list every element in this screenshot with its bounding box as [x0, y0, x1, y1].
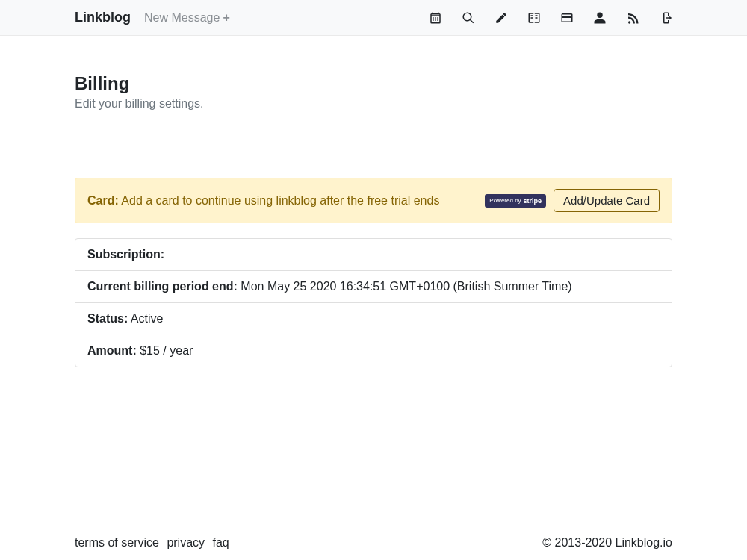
status-label: Status:: [87, 312, 128, 325]
top-nav: Linkblog New Message +: [0, 0, 747, 36]
amount-value: $15 / year: [140, 344, 193, 357]
pencil-icon[interactable]: [495, 11, 508, 25]
main-content: Billing Edit your billing settings. Card…: [0, 36, 747, 367]
footer-links: terms of service privacy faq: [75, 536, 234, 550]
terms-link[interactable]: terms of service: [75, 536, 159, 549]
new-message-link[interactable]: New Message +: [144, 11, 230, 25]
search-icon[interactable]: [462, 11, 475, 25]
add-update-card-button[interactable]: Add/Update Card: [554, 189, 660, 212]
user-icon[interactable]: [593, 11, 607, 25]
card-alert: Card: Add a card to continue using linkb…: [75, 178, 672, 223]
stripe-badge-prefix: Powered by: [489, 197, 521, 204]
logout-icon[interactable]: [659, 11, 672, 25]
footer-copyright: © 2013-2020 Linkblog.io: [542, 536, 672, 550]
page-subtitle: Edit your billing settings.: [75, 97, 672, 111]
brand-logo[interactable]: Linkblog: [75, 10, 131, 25]
privacy-link[interactable]: privacy: [167, 536, 205, 549]
status-row: Status: Active: [75, 303, 672, 335]
stripe-badge: Powered by stripe: [485, 194, 546, 208]
amount-row: Amount: $15 / year: [75, 335, 672, 367]
nav-icon-group: [429, 11, 672, 25]
subscription-header-row: Subscription:: [75, 239, 672, 271]
amount-label: Amount:: [87, 344, 137, 357]
new-message-label: New Message: [144, 11, 220, 25]
alert-message: Add a card to continue using linkblog af…: [121, 194, 439, 207]
subscription-header-label: Subscription:: [87, 248, 164, 261]
status-value: Active: [131, 312, 164, 325]
alert-text: Card: Add a card to continue using linkb…: [87, 194, 485, 208]
faq-link[interactable]: faq: [213, 536, 229, 549]
page-title: Billing: [75, 73, 672, 94]
subscription-panel: Subscription: Current billing period end…: [75, 238, 672, 367]
billing-period-row: Current billing period end: Mon May 25 2…: [75, 271, 672, 303]
plus-icon: +: [223, 11, 229, 25]
book-icon[interactable]: [527, 11, 541, 25]
alert-label: Card:: [87, 194, 119, 207]
calendar-icon[interactable]: [429, 11, 442, 25]
rss-icon[interactable]: [626, 11, 639, 25]
billing-period-value: Mon May 25 2020 16:34:51 GMT+0100 (Briti…: [241, 280, 571, 293]
card-icon[interactable]: [560, 11, 574, 25]
footer: terms of service privacy faq © 2013-2020…: [0, 536, 747, 550]
stripe-badge-word: stripe: [524, 197, 542, 205]
billing-period-label: Current billing period end:: [87, 280, 238, 293]
